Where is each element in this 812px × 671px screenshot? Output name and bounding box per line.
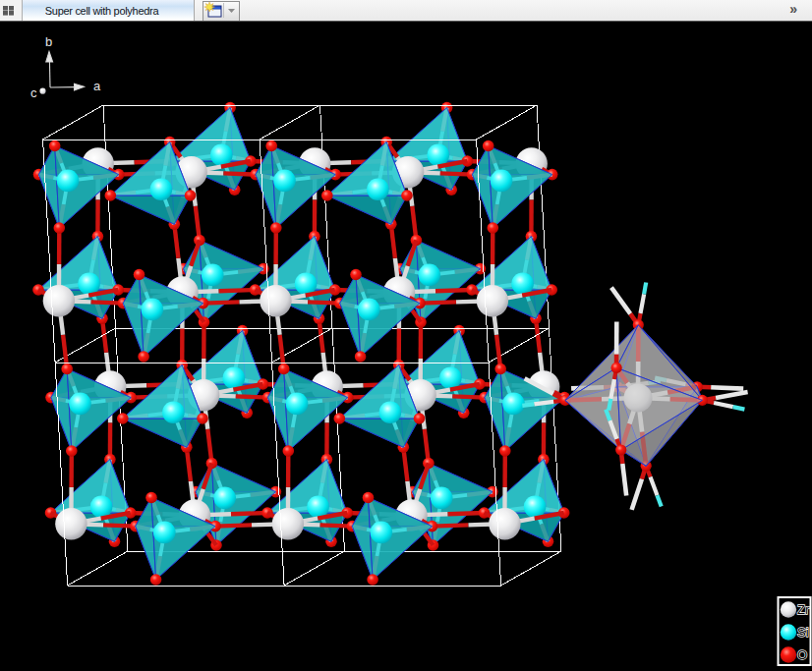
svg-text:Si: Si — [797, 625, 809, 640]
svg-text:a: a — [93, 79, 101, 93]
svg-text:Zr: Zr — [797, 602, 810, 617]
svg-text:b: b — [45, 34, 52, 49]
svg-text:c: c — [30, 85, 37, 100]
svg-text:O: O — [797, 647, 807, 662]
